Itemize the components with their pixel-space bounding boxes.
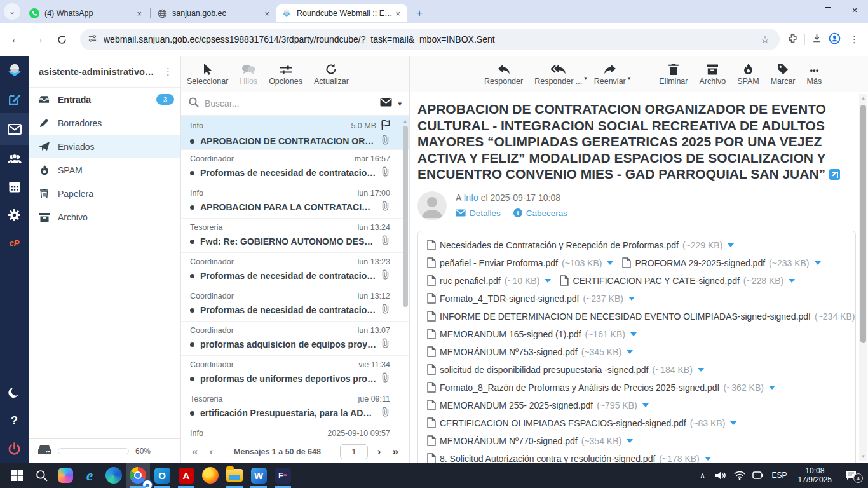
flag-icon[interactable] bbox=[381, 120, 390, 132]
attachment-menu-caret-icon[interactable] bbox=[628, 297, 635, 301]
attachment-menu-caret-icon[interactable] bbox=[627, 350, 633, 354]
attachment-menu-caret-icon[interactable] bbox=[705, 457, 711, 461]
tray-expand-icon[interactable]: ∧ bbox=[696, 471, 710, 480]
message-row[interactable]: Coordinadorvie 11:34 proformas de unifor… bbox=[181, 356, 409, 390]
profile-icon[interactable] bbox=[829, 32, 841, 47]
attachment[interactable]: Formato_8_Razón de Proformas y Análisis … bbox=[427, 379, 775, 396]
message-row[interactable]: Info2025-09-10 09:57 bbox=[181, 424, 409, 440]
folder-trash[interactable]: Papelera bbox=[29, 182, 180, 205]
attachment[interactable]: MEMORANDUM 165-signed (1).pdf(~161 KB) bbox=[427, 325, 637, 343]
tab-whatsapp[interactable]: (4) WhatsApp × bbox=[24, 4, 149, 22]
site-settings-icon[interactable] bbox=[88, 34, 97, 46]
wifi-icon[interactable] bbox=[733, 471, 747, 480]
reply-button[interactable]: Responder bbox=[478, 62, 529, 86]
internet-explorer-icon[interactable]: e bbox=[78, 463, 102, 488]
next-page-button[interactable]: › bbox=[373, 445, 386, 458]
notification-center-icon[interactable]: 4 bbox=[840, 470, 862, 480]
search-options-chevron-icon[interactable]: ▾ bbox=[398, 100, 402, 108]
attachment-menu-caret-icon[interactable] bbox=[728, 243, 734, 247]
select-button[interactable]: Seleccionar bbox=[181, 62, 234, 86]
contacts-icon[interactable] bbox=[0, 145, 29, 173]
mail-icon[interactable] bbox=[0, 113, 29, 145]
attachment-menu-caret-icon[interactable] bbox=[730, 421, 736, 425]
back-button[interactable]: ← bbox=[6, 30, 25, 49]
attachment-menu-caret-icon[interactable] bbox=[769, 386, 775, 390]
first-page-button[interactable]: « bbox=[187, 445, 202, 458]
word-icon[interactable]: W bbox=[247, 463, 271, 488]
attachment-menu-caret-icon[interactable] bbox=[545, 279, 551, 283]
acrobat-icon[interactable]: A bbox=[174, 463, 198, 488]
folder-sent[interactable]: Enviados bbox=[29, 135, 180, 158]
attachment[interactable]: MEMORÁNDUM Nº753-signed.pdf(~345 KB) bbox=[427, 343, 633, 361]
message-row[interactable]: Coordinadorlun 13:07 proformas adquisici… bbox=[181, 322, 409, 356]
attachment[interactable]: Formato_4_TDR-signed-signed.pdf(~237 KB) bbox=[427, 290, 635, 308]
attachment[interactable]: MEMORANDUM 255- 2025-signed.pdf(~795 KB) bbox=[427, 396, 649, 414]
reply-all-button[interactable]: Responder ... bbox=[529, 62, 588, 86]
attachment[interactable]: CERTIFICACION PAC Y CATE-signed.pdf(~228… bbox=[560, 272, 795, 290]
list-scrollbar[interactable]: ▴ bbox=[401, 117, 409, 439]
folder-spam[interactable]: SPAM bbox=[29, 158, 180, 182]
tab-sanjuan[interactable]: sanjuan.gob.ec × bbox=[152, 4, 276, 22]
delete-button[interactable]: Eliminar bbox=[653, 62, 693, 86]
scrollbar-thumb[interactable] bbox=[860, 105, 866, 343]
archive-button[interactable]: Archivo bbox=[693, 62, 731, 86]
url-text[interactable]: webmail.sanjuan.gob.ec/cpsess1988317614/… bbox=[104, 34, 758, 44]
last-page-button[interactable]: » bbox=[388, 445, 403, 458]
dark-mode-moon-icon[interactable] bbox=[0, 379, 29, 407]
extensions-icon[interactable] bbox=[787, 33, 798, 46]
message-row[interactable]: Coordinadormar 16:57 Proformas de necesi… bbox=[181, 150, 409, 184]
taskbar-search-icon[interactable] bbox=[29, 463, 53, 488]
url-bar[interactable]: webmail.sanjuan.gob.ec/cpsess1988317614/… bbox=[80, 29, 780, 50]
search-scope-mail-icon[interactable] bbox=[380, 98, 392, 109]
message-row[interactable]: Tesoreriajue 09:11 ertificación Presupue… bbox=[181, 390, 409, 424]
attachment-menu-caret-icon[interactable] bbox=[630, 332, 637, 336]
message-row[interactable]: Info5.0 MB APROBACION DE CONTRATACION OR… bbox=[181, 116, 409, 150]
scroll-up-icon[interactable]: ▴ bbox=[403, 117, 407, 125]
prev-page-button[interactable]: ‹ bbox=[205, 445, 217, 458]
bookmark-star-icon[interactable]: ☆ bbox=[758, 34, 772, 46]
chrome-taskbar-icon[interactable]: ☻ bbox=[126, 463, 150, 488]
volume-icon[interactable] bbox=[714, 471, 728, 480]
copilot-icon[interactable] bbox=[53, 463, 78, 488]
attachment[interactable]: INFORME DE DETERMINACION DE NECESIDAD EV… bbox=[427, 308, 866, 325]
firefox-icon[interactable] bbox=[198, 463, 222, 488]
attachment-menu-caret-icon[interactable] bbox=[607, 261, 613, 265]
close-icon[interactable]: × bbox=[135, 9, 144, 18]
close-icon[interactable]: × bbox=[262, 9, 271, 18]
close-icon[interactable]: × bbox=[393, 9, 402, 18]
refresh-button[interactable]: Actualizar bbox=[308, 62, 355, 86]
scrollbar-thumb[interactable] bbox=[403, 126, 408, 307]
new-tab-button[interactable]: + bbox=[412, 7, 426, 20]
recipient-link[interactable]: Info bbox=[463, 193, 478, 203]
reply-all-menu-chevron-icon[interactable]: ▾ bbox=[584, 75, 587, 81]
edge-icon[interactable] bbox=[102, 463, 126, 488]
more-button[interactable]: ••• Más bbox=[801, 62, 828, 86]
tab-roundcube[interactable]: Roundcube Webmail :: Enviados × bbox=[276, 4, 407, 22]
message-row[interactable]: Infolun 17:00 APROBACION PARA LA CONTRAT… bbox=[181, 184, 409, 219]
reload-button[interactable] bbox=[52, 30, 71, 49]
language-indicator[interactable]: ESP bbox=[770, 471, 790, 480]
settings-gear-icon[interactable] bbox=[0, 201, 29, 229]
scroll-up-icon[interactable]: ▴ bbox=[862, 94, 865, 102]
headers-link[interactable]: i Cabeceras bbox=[513, 208, 567, 218]
file-explorer-icon[interactable] bbox=[222, 463, 247, 488]
attachment[interactable]: PROFORMA 29-2025-signed.pdf(~233 KB) bbox=[622, 254, 820, 272]
attachment[interactable]: CERTIFICACION OLIMPIADAS ESPACIOS-signed… bbox=[427, 414, 736, 432]
attachment[interactable]: solicitud de disponibilidad presupuestar… bbox=[427, 361, 704, 379]
minimize-button[interactable]: – bbox=[788, 0, 815, 20]
message-row[interactable]: Coordinadorlun 13:12 Proformas de necesi… bbox=[181, 287, 409, 322]
folder-archive[interactable]: Archivo bbox=[29, 205, 180, 229]
message-scrollbar[interactable]: ▴ ▾ bbox=[859, 94, 867, 461]
attachment[interactable]: 8. Solicitud Autorización contra y resol… bbox=[427, 450, 711, 463]
attachment-menu-caret-icon[interactable] bbox=[698, 368, 704, 372]
attachment[interactable]: peñafiel - Enviar Proforma.pdf(~103 KB) bbox=[427, 254, 613, 272]
clock[interactable]: 10:08 17/9/2025 bbox=[794, 466, 836, 484]
attachment[interactable]: ruc penafiel.pdf(~10 KB) bbox=[427, 272, 551, 290]
attachment-menu-caret-icon[interactable] bbox=[627, 439, 633, 443]
spam-button[interactable]: SPAM bbox=[731, 62, 765, 86]
attachment[interactable]: Necesidades de Contratación y Recepción … bbox=[427, 236, 734, 254]
threads-button[interactable]: Hilos bbox=[234, 62, 263, 86]
attachment-menu-caret-icon[interactable] bbox=[642, 403, 649, 407]
meet-now-icon[interactable] bbox=[751, 471, 765, 480]
forward-button[interactable]: → bbox=[29, 30, 48, 49]
